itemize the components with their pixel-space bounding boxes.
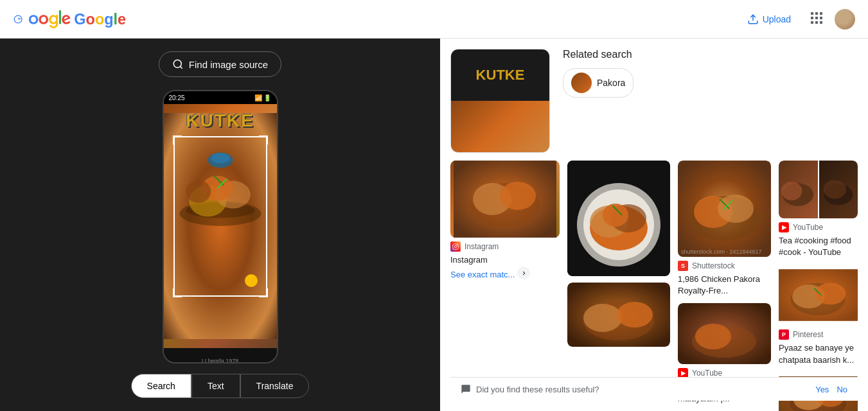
related-search-section: Related search Pakora <box>563 49 633 108</box>
upload-icon <box>747 13 759 25</box>
instagram-food-image <box>450 161 560 238</box>
feedback-bar: Did you find these results useful? Yes N… <box>450 377 858 401</box>
instagram-source: Instagram <box>450 241 560 252</box>
find-image-source-button[interactable]: Find image source <box>159 51 281 77</box>
header: Google Upload <box>0 0 868 39</box>
svg-rect-5 <box>820 12 822 15</box>
youtube-tea-icon: ▶ <box>779 222 789 232</box>
selection-box <box>173 136 267 297</box>
pinterest-source: P Pinterest <box>779 329 858 340</box>
svg-point-30 <box>454 245 456 247</box>
google-logo <box>13 10 72 29</box>
upload-button[interactable]: Upload <box>740 8 799 30</box>
shutterstock-image: shutterstock.com · 2411844617 <box>678 161 771 257</box>
result-card-instagram[interactable]: Instagram Instagram See exact matc... › <box>450 161 560 279</box>
selection-corner-bl <box>173 288 182 297</box>
selection-corner-tr <box>259 136 268 144</box>
svg-rect-3 <box>811 12 813 15</box>
svg-point-59 <box>823 180 846 198</box>
svg-point-56 <box>781 182 802 200</box>
search-tab[interactable]: Search <box>131 374 191 398</box>
result-card-small-food[interactable] <box>567 283 670 347</box>
text-tab[interactable]: Text <box>191 374 240 398</box>
svg-rect-4 <box>815 12 818 15</box>
svg-point-53 <box>695 324 731 349</box>
result-card-youtube-tea[interactable]: ▶ YouTube Tea #cooking #food #cook - You… <box>779 161 858 258</box>
svg-rect-8 <box>820 17 822 19</box>
selection-corner-tl <box>173 136 182 144</box>
feedback-question-text: Did you find these results useful? <box>476 385 599 394</box>
col-right-2: ▶ YouTube Tea #cooking #food #cook - You… <box>779 161 858 411</box>
youtube-cabbage-image <box>678 303 771 364</box>
feedback-question-area: Did you find these results useful? <box>461 384 599 394</box>
google-wordmark: Google <box>72 10 131 29</box>
search-icon <box>172 58 184 70</box>
bottom-tabs: Search Text Translate <box>131 374 310 398</box>
svg-point-47 <box>718 195 754 223</box>
svg-point-12 <box>173 60 181 67</box>
svg-point-28 <box>500 182 536 210</box>
pinterest-image <box>779 265 858 326</box>
feedback-no-button[interactable]: No <box>837 385 847 394</box>
pakora-chip[interactable]: Pakora <box>563 68 633 98</box>
phone-bottom: LLbegda 1978 <box>164 348 277 363</box>
youtube-tea-source: ▶ YouTube <box>779 222 858 232</box>
kutke-card[interactable]: KUTKE <box>450 49 550 153</box>
result-card-plate[interactable] <box>567 161 670 276</box>
feedback-actions: Yes No <box>815 385 847 394</box>
location-pin <box>245 274 258 287</box>
kutke-card-logo: KUTKE <box>451 49 549 101</box>
related-search-header: Related search <box>563 49 633 60</box>
translate-tab[interactable]: Translate <box>240 374 310 398</box>
kutke-card-food-img <box>451 101 549 152</box>
pakora-chip-image <box>571 73 592 93</box>
youtube-tea-images <box>779 161 858 218</box>
svg-rect-7 <box>815 17 818 19</box>
small-food-image <box>567 283 670 347</box>
main-content: Find image source 20:25 📶 🔋 KUTKE <box>0 39 868 411</box>
col-middle <box>567 161 670 411</box>
svg-point-43 <box>617 302 653 328</box>
svg-text:shutterstock.com · 2411844617: shutterstock.com · 2411844617 <box>681 249 762 255</box>
svg-point-38 <box>603 204 628 227</box>
expand-icon: › <box>517 267 530 279</box>
svg-rect-9 <box>811 21 813 24</box>
header-left: Google <box>13 10 131 29</box>
shutterstock-title: 1,986 Chicken Pakora Royalty-Fre... <box>678 274 771 297</box>
see-exact-match-link[interactable]: See exact matc... <box>450 270 515 279</box>
youtube-tea-title: Tea #cooking #food #cook - YouTube <box>779 235 858 258</box>
col-right-1: shutterstock.com · 2411844617 S Shutters… <box>678 161 771 411</box>
feedback-yes-button[interactable]: Yes <box>815 385 829 394</box>
svg-rect-29 <box>453 244 458 249</box>
result-card-pinterest[interactable]: P Pinterest Pyaaz se banaye ye chatpata … <box>779 265 858 365</box>
phone-status-bar: 20:25 📶 🔋 <box>164 91 277 104</box>
plate-image <box>567 161 670 276</box>
svg-rect-10 <box>815 21 818 24</box>
see-exact-row[interactable]: See exact matc... › <box>450 266 560 279</box>
instagram-title: Instagram <box>450 254 560 266</box>
svg-line-13 <box>180 66 182 68</box>
pinterest-title: Pyaaz se banaye ye chatpata baarish k... <box>779 342 858 365</box>
left-panel: Find image source 20:25 📶 🔋 KUTKE <box>0 39 440 411</box>
selection-corner-br <box>259 288 268 297</box>
feedback-icon <box>461 384 471 394</box>
svg-point-31 <box>457 245 457 245</box>
results-grid: Instagram Instagram See exact matc... › <box>450 161 858 411</box>
svg-rect-6 <box>811 17 813 19</box>
svg-text:Google: Google <box>74 10 126 27</box>
apps-grid-icon[interactable] <box>809 10 824 28</box>
header-right: Upload <box>740 8 855 30</box>
shutterstock-source: S Shutterstock <box>678 261 771 271</box>
user-avatar[interactable] <box>835 9 855 30</box>
svg-point-42 <box>583 304 622 332</box>
col-left: Instagram Instagram See exact matc... › <box>450 161 560 411</box>
svg-rect-11 <box>820 21 822 24</box>
shutterstock-icon: S <box>678 261 688 271</box>
phone-mockup: 20:25 📶 🔋 KUTKE <box>163 90 278 363</box>
instagram-icon <box>450 241 461 252</box>
result-card-shutterstock[interactable]: shutterstock.com · 2411844617 S Shutters… <box>678 161 771 297</box>
phone-content: KUTKE <box>164 104 277 348</box>
pinterest-icon: P <box>779 329 789 340</box>
top-row: KUTKE Related search Pakora <box>450 49 858 153</box>
kutke-title-overlay: KUTKE <box>186 110 254 131</box>
